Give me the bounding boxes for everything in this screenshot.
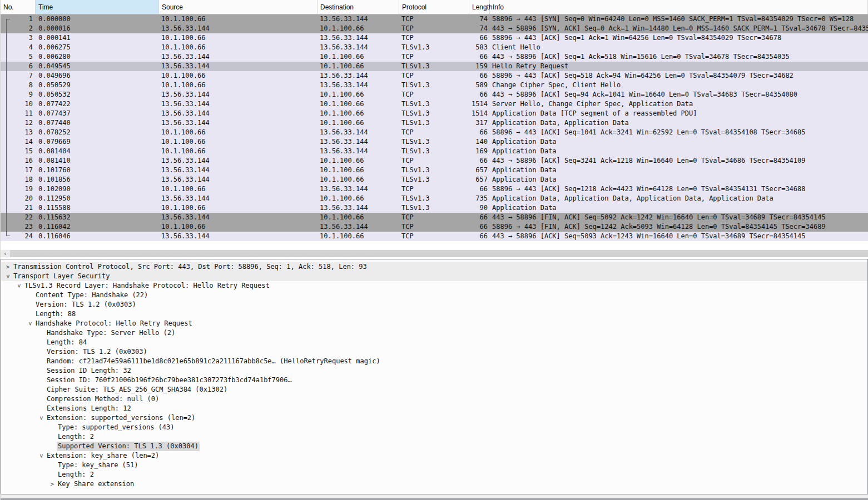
cell-protocol: TLSv1.3 (399, 203, 469, 213)
cell-length: 66 (469, 156, 490, 166)
cell-no: 14 (1, 137, 36, 147)
chevron-expanded-icon[interactable]: > (37, 415, 46, 422)
chevron-collapsed-icon[interactable]: > (49, 479, 56, 489)
detail-tree-row[interactable]: >TLSv1.3 Record Layer: Handshake Protoco… (1, 281, 867, 291)
packet-row[interactable]: 160.08141013.56.33.14410.1.100.66TCP6644… (1, 156, 868, 166)
packet-row[interactable]: 220.11563213.56.33.14410.1.100.66TCP6644… (1, 213, 868, 222)
column-header-info[interactable]: Info (490, 0, 868, 14)
cell-info: Application Data (490, 147, 868, 156)
detail-tree-row[interactable]: Length: 88 (1, 309, 867, 319)
packet-row[interactable]: 20.00001613.56.33.14410.1.100.66TCP74443… (1, 24, 868, 33)
packet-row[interactable]: 120.07744013.56.33.14410.1.100.66TLSv1.3… (1, 118, 868, 128)
chevron-expanded-icon[interactable]: > (26, 321, 35, 327)
packet-row[interactable]: 230.11604210.1.100.6613.56.33.144TCP6658… (1, 222, 868, 232)
detail-tree-row[interactable]: Random: cf21ad74e59a6111be1d8c021e65b891… (1, 357, 867, 366)
cell-info: Application Data, Application Data (490, 118, 868, 128)
cell-no: 12 (1, 118, 36, 128)
packet-row[interactable]: 150.08140410.1.100.6613.56.33.144TLSv1.3… (1, 147, 868, 156)
cell-no: 3 (1, 33, 36, 43)
cell-destination: 13.56.33.144 (318, 71, 399, 81)
packet-row[interactable]: 190.10209010.1.100.6613.56.33.144TCP6658… (1, 184, 868, 194)
packet-row[interactable]: 70.04969610.1.100.6613.56.33.144TCP66588… (1, 71, 868, 81)
cell-source: 10.1.100.66 (159, 128, 318, 137)
detail-tree-row[interactable]: Compression Method: null (0) (1, 394, 867, 404)
scroll-left-button[interactable]: ‹ (1, 250, 10, 257)
detail-tree-row[interactable]: Content Type: Handshake (22) (1, 291, 867, 300)
cell-length: 169 (469, 147, 490, 156)
scrollbar-track[interactable] (10, 250, 868, 257)
detail-tree-row[interactable]: Supported Version: TLS 1.3 (0x0304) (1, 442, 867, 451)
cell-length: 140 (469, 137, 490, 147)
packet-row[interactable]: 170.10176013.56.33.14410.1.100.66TLSv1.3… (1, 166, 868, 175)
cell-length: 66 (469, 213, 490, 222)
cell-destination: 10.1.100.66 (318, 166, 399, 175)
detail-tree-row[interactable]: Session ID: 760f21006b196f26bc79bee381c3… (1, 376, 867, 385)
chevron-collapsed-icon[interactable]: > (4, 262, 11, 272)
chevron-expanded-icon[interactable]: > (3, 273, 13, 280)
detail-tree-row[interactable]: >Extension: key_share (len=2) (1, 451, 867, 461)
chevron-expanded-icon[interactable]: > (14, 283, 24, 289)
cell-source: 13.56.33.144 (159, 156, 318, 166)
cell-time: 0.000000 (36, 14, 159, 24)
packet-row[interactable]: 90.05053213.56.33.14410.1.100.66TCP66443… (1, 90, 868, 99)
detail-tree-row[interactable]: Cipher Suite: TLS_AES_256_GCM_SHA384 (0x… (1, 385, 867, 394)
packet-row[interactable]: 50.00628013.56.33.14410.1.100.66TCP66443… (1, 52, 868, 62)
packet-row[interactable]: 60.04954513.56.33.14410.1.100.66TLSv1.31… (1, 62, 868, 71)
cell-source: 13.56.33.144 (159, 52, 318, 62)
column-header-length[interactable]: Length (469, 0, 490, 14)
cell-protocol: TCP (399, 90, 469, 99)
detail-tree-row[interactable]: >Key Share extension (1, 479, 867, 489)
detail-tree-row[interactable]: Length: 2 (1, 470, 867, 479)
detail-tree-row[interactable]: Extensions Length: 12 (1, 404, 867, 413)
detail-tree-row[interactable]: Handshake Type: Server Hello (2) (1, 328, 867, 338)
chevron-expanded-icon[interactable]: > (37, 453, 46, 459)
cell-no: 20 (1, 194, 36, 203)
column-header-no[interactable]: No. (1, 0, 36, 14)
detail-tree-row[interactable]: Type: key_share (51) (1, 461, 867, 470)
packet-row[interactable]: 100.07742213.56.33.14410.1.100.66TLSv1.3… (1, 99, 868, 109)
cell-length: 1514 (469, 99, 490, 109)
column-header-destination[interactable]: Destination (318, 0, 399, 14)
cell-protocol: TCP (399, 213, 469, 222)
detail-tree-row[interactable]: >Extension: supported_versions (len=2) (1, 413, 867, 423)
detail-tree-row[interactable]: Session ID Length: 32 (1, 366, 867, 376)
packet-row[interactable]: 30.00014110.1.100.6613.56.33.144TCP66588… (1, 33, 868, 43)
cell-info: Server Hello, Change Cipher Spec, Applic… (490, 99, 868, 109)
cell-protocol: TCP (399, 71, 469, 81)
packet-row[interactable]: 140.07966910.1.100.6613.56.33.144TLSv1.3… (1, 137, 868, 147)
cell-source: 13.56.33.144 (159, 62, 318, 71)
detail-tree-row[interactable]: >Handshake Protocol: Hello Retry Request (1, 319, 867, 328)
detail-tree-row[interactable]: Version: TLS 1.2 (0x0303) (1, 300, 867, 309)
cell-no: 2 (1, 24, 36, 33)
detail-tree-row[interactable]: Length: 2 (1, 432, 867, 442)
packet-list-horizontal-scrollbar[interactable]: ‹ (1, 250, 868, 257)
detail-tree-row[interactable]: Length: 84 (1, 338, 867, 347)
detail-tree-row[interactable]: Version: TLS 1.2 (0x0303) (1, 347, 867, 357)
column-header-time[interactable]: Time (36, 0, 159, 14)
cell-no: 9 (1, 90, 36, 99)
packet-row[interactable]: 110.07743713.56.33.14410.1.100.66TLSv1.3… (1, 109, 868, 118)
packet-row[interactable]: 240.11604613.56.33.14410.1.100.66TCP6644… (1, 232, 868, 241)
column-header-source[interactable]: Source (159, 0, 318, 14)
column-header-protocol[interactable]: Protocol (399, 0, 469, 14)
packet-row[interactable]: 200.11295013.56.33.14410.1.100.66TLSv1.3… (1, 194, 868, 203)
cell-source: 13.56.33.144 (159, 109, 318, 118)
cell-destination: 10.1.100.66 (318, 194, 399, 203)
detail-tree-row[interactable]: >Transport Layer Security (1, 272, 867, 281)
detail-row-label: Extension: key_share (len=2) (47, 451, 159, 461)
cell-time: 0.049696 (36, 71, 159, 81)
detail-tree-row[interactable]: Type: supported_versions (43) (1, 423, 867, 432)
packet-row[interactable]: 180.10185613.56.33.14410.1.100.66TLSv1.3… (1, 175, 868, 184)
packet-row[interactable]: 40.00627510.1.100.6613.56.33.144TLSv1.35… (1, 43, 868, 52)
detail-tree-row[interactable]: >Transmission Control Protocol, Src Port… (1, 262, 867, 272)
packet-row[interactable]: 80.05052910.1.100.6613.56.33.144TLSv1.35… (1, 81, 868, 90)
cell-length: 66 (469, 33, 490, 43)
detail-row-label: Compression Method: null (0) (47, 394, 159, 404)
cell-no: 23 (1, 222, 36, 232)
packet-row[interactable]: 10.00000010.1.100.6613.56.33.144TCP74588… (1, 14, 868, 24)
cell-destination: 10.1.100.66 (318, 213, 399, 222)
cell-protocol: TCP (399, 52, 469, 62)
packet-row[interactable]: 210.11558810.1.100.6613.56.33.144TLSv1.3… (1, 203, 868, 213)
packet-row[interactable]: 130.07825210.1.100.6613.56.33.144TCP6658… (1, 128, 868, 137)
cell-protocol: TCP (399, 184, 469, 194)
